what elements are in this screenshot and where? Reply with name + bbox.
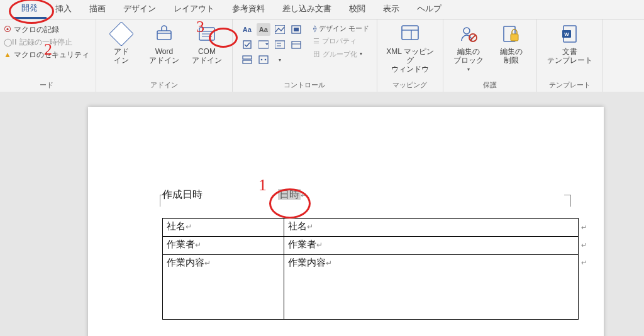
repeating-section-control-icon[interactable] <box>240 53 254 66</box>
date-content-control[interactable]: 日時 <box>278 189 301 200</box>
xml-mapping-icon <box>399 23 421 45</box>
svg-rect-15 <box>243 56 252 59</box>
warning-icon: ▲ <box>4 48 11 61</box>
tab-design[interactable]: デザイン <box>114 0 165 19</box>
building-block-control-icon[interactable] <box>289 23 303 36</box>
addins-button[interactable]: アド イン <box>100 22 143 66</box>
group-button: ⽥ グループ化 ▾ <box>311 47 372 60</box>
tab-review[interactable]: 校閲 <box>340 0 374 19</box>
dropdown-control-icon[interactable] <box>273 38 287 51</box>
date-picker-control-icon[interactable] <box>289 38 303 51</box>
svg-text:W: W <box>564 31 569 37</box>
combobox-control-icon[interactable] <box>257 38 270 51</box>
svg-rect-20 <box>402 26 418 40</box>
date-field-line: 作成日時 日時↵ <box>162 188 579 202</box>
ribbon: ⦿ マクロの記録 ◯ⅠⅠ 記録の一時停止 ▲ マクロのセキュリティ ード <box>0 19 644 93</box>
block-authors-icon <box>458 23 479 45</box>
svg-rect-16 <box>243 60 252 63</box>
svg-rect-8 <box>243 41 251 48</box>
word-addins-button[interactable]: Word アドイン <box>143 22 186 66</box>
svg-rect-13 <box>292 41 301 48</box>
document-area: 作成日時 日時↵ 社名↵ 社名↵ 作業者↵ 作業者↵ 作業内容↵ 作業内容↵ <box>0 92 644 336</box>
svg-rect-27 <box>511 34 518 41</box>
page[interactable]: 作成日時 日時↵ 社名↵ 社名↵ 作業者↵ 作業者↵ 作業内容↵ 作業内容↵ <box>88 107 604 336</box>
row-end-mark-icon: ↵ <box>581 241 587 249</box>
properties-icon: ☰ <box>313 35 319 46</box>
record-icon: ⦿ <box>4 23 11 36</box>
ribbon-tabs: 開発 挿入 描画 デザイン レイアウト 参考資料 差し込み文書 校閲 表示 ヘル… <box>0 0 644 19</box>
tab-draw[interactable]: 描画 <box>80 0 114 19</box>
table-row: 社名↵ 社名↵ <box>163 219 579 237</box>
tab-mailings[interactable]: 差し込み文書 <box>274 0 340 19</box>
document-table[interactable]: 社名↵ 社名↵ 作業者↵ 作業者↵ 作業内容↵ 作業内容↵ <box>162 218 579 320</box>
picture-control-icon[interactable] <box>273 23 287 36</box>
svg-point-18 <box>261 59 263 61</box>
design-mode-icon: ⟠ <box>313 23 316 34</box>
group-label-template: テンプレート <box>549 80 591 91</box>
document-template-icon: W <box>559 23 580 45</box>
group-label-protect: 保護 <box>483 80 497 91</box>
tab-developer[interactable]: 開発 <box>13 0 47 19</box>
addin-icon <box>111 23 132 45</box>
document-template-button[interactable]: W 文書 テンプレート <box>541 22 599 66</box>
store-icon <box>153 23 175 45</box>
svg-rect-7 <box>294 28 299 31</box>
pause-recording-button: ◯ⅠⅠ 記録の一時停止 <box>4 36 72 48</box>
legacy-dropdown-icon[interactable]: ▾ <box>273 53 287 66</box>
row-end-mark-icon: ↵ <box>581 224 587 232</box>
chevron-down-icon: ▾ <box>467 65 470 74</box>
legacy-tools-icon[interactable] <box>257 53 270 66</box>
tab-layout[interactable]: レイアウト <box>165 0 223 19</box>
svg-rect-17 <box>259 56 268 63</box>
restrict-editing-button[interactable]: 編集の 制限 <box>490 22 533 66</box>
table-row: 作業者↵ 作業者↵ <box>163 237 579 255</box>
plain-text-control-icon[interactable]: Aa <box>257 23 270 36</box>
svg-point-23 <box>464 28 470 34</box>
table-row: 作業内容↵ 作業内容↵ <box>163 255 579 320</box>
restrict-editing-icon <box>501 23 522 45</box>
macro-security-button[interactable]: ▲ マクロのセキュリティ <box>4 48 89 61</box>
group-label-code: ード <box>40 80 53 91</box>
group-label-controls: コントロール <box>284 80 325 91</box>
svg-rect-0 <box>157 31 171 40</box>
date-label: 作成日時 <box>162 188 203 202</box>
checkbox-control-icon[interactable] <box>240 38 254 51</box>
pause-icon: ◯ⅠⅠ <box>4 36 17 48</box>
tab-references[interactable]: 参考資料 <box>223 0 274 19</box>
xml-mapping-button[interactable]: XML マッピング ウィンドウ <box>381 22 439 75</box>
com-addins-button[interactable]: COM アドイン <box>186 22 228 66</box>
group-icon: ⽥ <box>313 48 320 60</box>
tab-help[interactable]: ヘルプ <box>408 0 450 19</box>
svg-point-19 <box>265 59 267 61</box>
design-mode-button[interactable]: ⟠ デザイン モード <box>311 22 372 35</box>
paragraph-mark-icon: ↵ <box>301 191 307 200</box>
tab-view[interactable]: 表示 <box>374 0 408 19</box>
tab-insert[interactable]: 挿入 <box>47 0 80 19</box>
properties-button: ☰ プロパティ <box>311 35 372 47</box>
group-label-addins: アドイン <box>150 80 178 91</box>
com-addin-icon <box>196 23 218 45</box>
rich-text-control-icon[interactable]: Aa <box>240 23 254 36</box>
record-macro-button[interactable]: ⦿ マクロの記録 <box>4 23 59 36</box>
block-authors-button[interactable]: 編集の ブロック ▾ <box>447 22 490 75</box>
chevron-down-icon: ▾ <box>360 48 362 60</box>
svg-rect-10 <box>275 41 285 48</box>
row-end-mark-icon: ↵ <box>581 259 587 267</box>
group-label-mapping: マッピング <box>392 80 427 91</box>
